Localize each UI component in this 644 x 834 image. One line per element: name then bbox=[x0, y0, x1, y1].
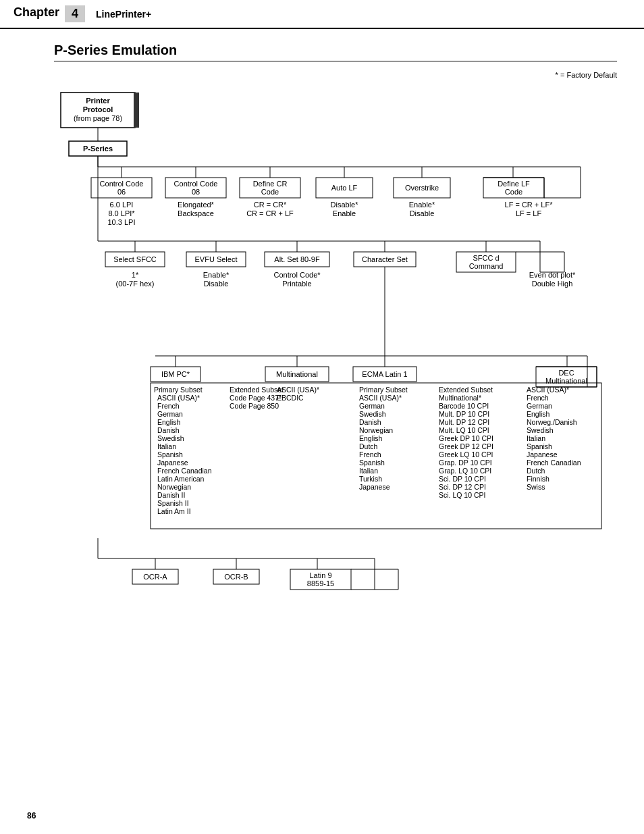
svg-text:Italian: Italian bbox=[359, 467, 378, 475]
svg-text:German: German bbox=[527, 402, 552, 410]
svg-text:6.0 LPI: 6.0 LPI bbox=[110, 201, 134, 209]
svg-text:Elongated*: Elongated* bbox=[178, 201, 215, 209]
svg-text:English: English bbox=[359, 434, 383, 442]
chapter-title: LinePrinter+ bbox=[96, 9, 151, 20]
svg-text:ASCII (USA)*: ASCII (USA)* bbox=[527, 386, 569, 394]
svg-text:Primary Subset: Primary Subset bbox=[359, 386, 408, 394]
svg-text:Swedish: Swedish bbox=[359, 410, 386, 418]
svg-text:IBM PC*: IBM PC* bbox=[161, 370, 190, 378]
svg-text:Japanese: Japanese bbox=[157, 459, 188, 467]
svg-text:English: English bbox=[527, 410, 550, 418]
svg-text:DEC: DEC bbox=[558, 369, 574, 377]
svg-text:LF = CR + LF*: LF = CR + LF* bbox=[505, 201, 554, 209]
svg-text:Mult. DP 10 CPI: Mult. DP 10 CPI bbox=[439, 410, 489, 418]
svg-text:Backspace: Backspace bbox=[178, 209, 214, 217]
svg-text:Japanese: Japanese bbox=[359, 483, 390, 491]
svg-text:Disable: Disable bbox=[410, 209, 435, 217]
svg-text:ASCII (USA)*: ASCII (USA)* bbox=[157, 394, 200, 402]
svg-text:Greek DP 10 CPI: Greek DP 10 CPI bbox=[439, 434, 493, 442]
svg-text:CR = CR*: CR = CR* bbox=[254, 201, 287, 209]
svg-text:Extended Subset: Extended Subset bbox=[230, 386, 284, 394]
svg-text:Swedish: Swedish bbox=[527, 426, 554, 434]
svg-text:EVFU Select: EVFU Select bbox=[195, 255, 238, 263]
svg-text:Character Set: Character Set bbox=[362, 255, 408, 263]
svg-text:Overstrike: Overstrike bbox=[405, 184, 439, 192]
svg-text:Define CR: Define CR bbox=[253, 180, 288, 188]
svg-text:Code Page 850: Code Page 850 bbox=[230, 402, 279, 410]
svg-text:Enable: Enable bbox=[333, 209, 356, 217]
svg-text:Norwegian: Norwegian bbox=[359, 426, 393, 434]
factory-default-note: * = Factory Default bbox=[54, 71, 617, 79]
svg-text:LF = LF: LF = LF bbox=[516, 209, 541, 217]
svg-text:Dutch: Dutch bbox=[359, 442, 378, 450]
svg-text:Grap. DP 10 CPI: Grap. DP 10 CPI bbox=[439, 459, 492, 467]
svg-text:Turkish: Turkish bbox=[359, 475, 382, 483]
page-header: Chapter 4 LinePrinter+ bbox=[0, 0, 644, 29]
svg-text:Mult. LQ 10 CPI: Mult. LQ 10 CPI bbox=[439, 426, 489, 434]
svg-text:Enable*: Enable* bbox=[409, 201, 435, 209]
svg-text:Italian: Italian bbox=[157, 442, 176, 450]
svg-text:Sci. DP 10 CPI: Sci. DP 10 CPI bbox=[439, 475, 486, 483]
svg-text:EBCDIC: EBCDIC bbox=[277, 394, 304, 402]
svg-text:Command: Command bbox=[469, 262, 504, 270]
svg-text:08: 08 bbox=[192, 188, 200, 196]
svg-text:Disable*: Disable* bbox=[331, 201, 359, 209]
svg-text:Multinational: Multinational bbox=[276, 370, 318, 378]
svg-text:Extended Subset: Extended Subset bbox=[439, 386, 493, 394]
svg-text:Code: Code bbox=[505, 188, 522, 196]
svg-rect-1 bbox=[134, 93, 139, 128]
diagram-svg: Printer Protocol (from page 78) P-Series… bbox=[54, 86, 608, 727]
main-content: P-Series Emulation * = Factory Default P… bbox=[0, 29, 644, 741]
svg-text:French Canadian: French Canadian bbox=[527, 459, 581, 467]
svg-text:CR = CR + LF: CR = CR + LF bbox=[246, 209, 294, 217]
svg-text:Danish II: Danish II bbox=[157, 491, 185, 499]
svg-text:Code: Code bbox=[261, 188, 279, 196]
svg-text:8.0 LPI*: 8.0 LPI* bbox=[108, 209, 135, 217]
svg-text:Control Code: Control Code bbox=[174, 180, 218, 188]
svg-text:French: French bbox=[157, 402, 180, 410]
svg-text:German: German bbox=[359, 402, 385, 410]
svg-text:Define LF: Define LF bbox=[498, 180, 530, 188]
svg-text:Finnish: Finnish bbox=[527, 475, 549, 483]
svg-text:Latin 9: Latin 9 bbox=[309, 571, 331, 579]
svg-text:English: English bbox=[157, 418, 181, 426]
svg-text:Barcode 10 CPI: Barcode 10 CPI bbox=[439, 402, 489, 410]
chapter-label: Chapter bbox=[14, 5, 59, 22]
svg-text:Danish: Danish bbox=[157, 426, 180, 434]
svg-text:Alt. Set 80-9F: Alt. Set 80-9F bbox=[274, 255, 320, 263]
svg-text:Protocol: Protocol bbox=[83, 105, 113, 113]
svg-text:German: German bbox=[157, 410, 183, 418]
svg-text:Select SFCC: Select SFCC bbox=[113, 255, 157, 263]
svg-text:Control Code*: Control Code* bbox=[273, 271, 321, 279]
svg-text:French: French bbox=[359, 450, 381, 459]
svg-text:Even dot plot*: Even dot plot* bbox=[529, 271, 576, 279]
svg-text:10.3 LPI: 10.3 LPI bbox=[108, 218, 136, 226]
svg-text:Greek DP 12 CPI: Greek DP 12 CPI bbox=[439, 442, 493, 450]
svg-text:Multinational*: Multinational* bbox=[439, 394, 481, 402]
svg-text:Spanish: Spanish bbox=[359, 459, 385, 467]
svg-text:ASCII (USA)*: ASCII (USA)* bbox=[277, 386, 319, 394]
svg-text:Grap. LQ 10 CPI: Grap. LQ 10 CPI bbox=[439, 467, 491, 475]
svg-text:Swedish: Swedish bbox=[157, 434, 184, 442]
svg-text:French: French bbox=[527, 394, 549, 402]
svg-text:Italian: Italian bbox=[527, 434, 545, 442]
svg-text:Printer: Printer bbox=[86, 97, 110, 105]
svg-text:SFCC d: SFCC d bbox=[473, 254, 499, 262]
svg-text:Multinational: Multinational bbox=[545, 377, 587, 385]
svg-text:Mult. DP 12 CPI: Mult. DP 12 CPI bbox=[439, 418, 489, 426]
page: Chapter 4 LinePrinter+ P-Series Emulatio… bbox=[0, 0, 644, 834]
svg-text:Control Code: Control Code bbox=[100, 180, 144, 188]
svg-text:ASCII (USA)*: ASCII (USA)* bbox=[359, 394, 402, 402]
svg-text:Printable: Printable bbox=[282, 280, 311, 288]
svg-text:1*: 1* bbox=[132, 271, 139, 279]
svg-text:OCR-B: OCR-B bbox=[224, 573, 248, 581]
svg-text:Primary Subset: Primary Subset bbox=[154, 386, 203, 394]
svg-text:Spanish: Spanish bbox=[157, 450, 183, 459]
svg-text:Spanish: Spanish bbox=[527, 442, 552, 450]
svg-text:Code Page 437*: Code Page 437* bbox=[230, 394, 281, 402]
svg-text:Auto LF: Auto LF bbox=[331, 184, 358, 192]
svg-text:(00-7F hex): (00-7F hex) bbox=[116, 280, 155, 288]
svg-text:(from page 78): (from page 78) bbox=[74, 114, 122, 122]
svg-text:Sci. DP 12 CPI: Sci. DP 12 CPI bbox=[439, 483, 486, 491]
svg-text:Japanese: Japanese bbox=[527, 450, 558, 459]
